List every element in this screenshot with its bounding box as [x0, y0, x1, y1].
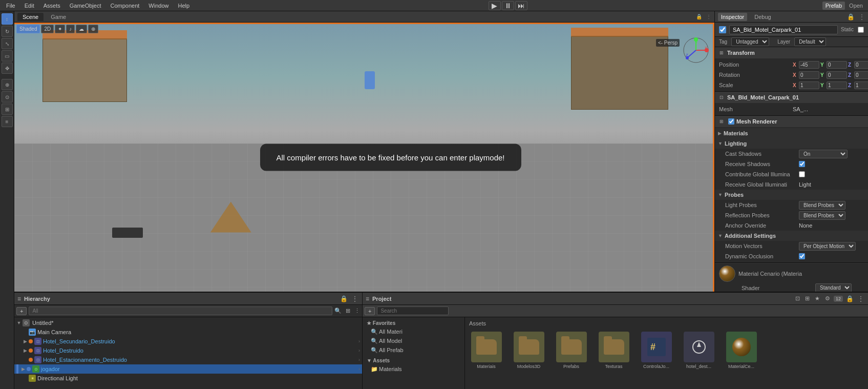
hierarchy-item-jogador[interactable]: ▶ ⊙ jogador ›: [14, 364, 362, 374]
object-active-checkbox[interactable]: [719, 26, 726, 33]
hierarchy-menu-icon[interactable]: ≡: [17, 295, 21, 302]
object-name-input[interactable]: [729, 25, 838, 34]
scale-z-input[interactable]: [854, 81, 868, 89]
sidebar-materials[interactable]: 📁 Materials: [363, 364, 464, 374]
hierarchy-item-light[interactable]: ☀ Directional Light: [14, 374, 362, 383]
cast-shadows-dropdown[interactable]: OnOffTwo SidedShadows Only: [799, 150, 848, 158]
hierarchy-search-icon[interactable]: 🔍: [334, 308, 342, 314]
menu-file[interactable]: File: [2, 2, 19, 10]
sidebar-all-prefabs[interactable]: 🔍 All Prefab: [363, 345, 464, 355]
project-icon-3[interactable]: ★: [813, 295, 821, 302]
inspector-lock[interactable]: 🔒: [847, 13, 855, 21]
position-x-input[interactable]: [799, 61, 819, 69]
tag-dropdown[interactable]: Untagged: [731, 37, 769, 46]
menu-component[interactable]: Component: [106, 2, 143, 10]
menu-help[interactable]: Help: [174, 2, 194, 10]
toolbar-rect[interactable]: ▭: [2, 50, 13, 62]
project-menu-icon[interactable]: ≡: [366, 295, 369, 302]
menu-gameobject[interactable]: GameObject: [66, 2, 105, 10]
rotation-y-input[interactable]: [827, 71, 847, 79]
position-y-input[interactable]: [827, 61, 847, 69]
favorites-expand[interactable]: ★: [367, 320, 373, 326]
gizmo-widget[interactable]: X Y Z: [683, 37, 709, 65]
position-z-input[interactable]: [854, 61, 868, 69]
shader-dropdown[interactable]: Standard: [815, 283, 852, 292]
asset-controlajo[interactable]: # ControlaJo...: [637, 330, 675, 371]
mesh-filter-header[interactable]: ⊡ SA_Bld_Motel_Carpark_01: [715, 92, 868, 103]
dynamic-occlusion-checkbox[interactable]: [799, 253, 805, 259]
scene-menu-icon[interactable]: ⋮: [706, 14, 711, 19]
project-options-icon[interactable]: ⋮: [857, 295, 865, 302]
scale-x-input[interactable]: [799, 81, 819, 89]
asset-materiais[interactable]: Materiais: [467, 330, 505, 371]
scene-tab[interactable]: Scene: [17, 13, 44, 21]
project-icon-1[interactable]: ⊡: [794, 295, 801, 302]
sidebar-all-materials[interactable]: 🔍 All Materi: [363, 327, 464, 336]
toolbar-extra[interactable]: ≡: [2, 116, 13, 127]
lighting-toggle[interactable]: ✦: [55, 25, 65, 33]
hierarchy-item-camera[interactable]: 📷 Main Camera: [14, 327, 362, 337]
debug-tab[interactable]: Debug: [751, 13, 774, 21]
mesh-renderer-header[interactable]: ⊞ Mesh Renderer: [715, 116, 868, 127]
mesh-renderer-checkbox[interactable]: [728, 118, 734, 125]
light-probes-dropdown[interactable]: Blend ProbesOff: [799, 201, 845, 210]
lighting-section-header[interactable]: ▼ Lighting: [715, 138, 868, 149]
scale-y-input[interactable]: [827, 81, 847, 89]
shaded-mode-btn[interactable]: Shaded: [16, 25, 40, 33]
toolbar-pivot[interactable]: ⊕: [2, 79, 13, 90]
rotation-z-input[interactable]: [854, 71, 868, 79]
assets-expand[interactable]: ▼: [367, 358, 373, 363]
pause-button[interactable]: ⏸: [502, 1, 514, 10]
toolbar-scale[interactable]: ⤡: [2, 38, 13, 49]
asset-hoteldest[interactable]: hotel_dest...: [680, 330, 718, 371]
toolbar-global[interactable]: ⊙: [2, 91, 13, 103]
hierarchy-toggle-icon[interactable]: ⊞: [346, 308, 350, 314]
hierarchy-search-input[interactable]: [29, 306, 332, 315]
sidebar-all-models[interactable]: 🔍 All Model: [363, 336, 464, 345]
project-lock-icon[interactable]: 🔒: [845, 295, 855, 302]
asset-texturas[interactable]: Texturas: [595, 330, 633, 371]
probes-section-header[interactable]: ▼ Probes: [715, 190, 868, 200]
step-button[interactable]: ⏭: [515, 1, 527, 10]
toolbar-transform[interactable]: ↕: [2, 13, 13, 25]
prefab-tab[interactable]: Prefab: [822, 2, 845, 10]
open-tab[interactable]: Open: [846, 2, 866, 10]
hierarchy-options-icon[interactable]: ⋮: [351, 295, 359, 302]
asset-modelos3d[interactable]: Modelos3D: [510, 330, 548, 371]
menu-assets[interactable]: Assets: [39, 2, 65, 10]
rotation-x-input[interactable]: [799, 71, 819, 79]
play-button[interactable]: ▶: [489, 1, 501, 10]
scene-view[interactable]: All compiler errors have to be fixed bef…: [14, 23, 714, 292]
asset-materialce[interactable]: MaterialCe...: [722, 330, 760, 371]
hierarchy-item-hotel-est[interactable]: ⊡ Hotel_Estacionamento_Destruido ›: [14, 355, 362, 364]
hierarchy-item-hotel-des[interactable]: ▶ ⊡ Hotel_Destruido ›: [14, 346, 362, 355]
toolbar-combo[interactable]: ✥: [2, 63, 13, 74]
menu-edit[interactable]: Edit: [20, 2, 38, 10]
reflection-probes-dropdown[interactable]: Blend ProbesOff: [799, 211, 845, 220]
contribute-gi-checkbox[interactable]: [799, 171, 805, 177]
project-icon-4[interactable]: ⚙: [823, 295, 832, 302]
scene-lock-icon[interactable]: 🔒: [696, 14, 702, 19]
menu-window[interactable]: Window: [144, 2, 173, 10]
inspector-menu[interactable]: ⋮: [859, 13, 865, 21]
project-search-input[interactable]: [377, 306, 449, 315]
hierarchy-item-hotel-sec[interactable]: ▶ ⊡ Hotel_Secundario_Destruido ›: [14, 337, 362, 346]
wireframe-mode-btn[interactable]: 2D: [41, 25, 54, 33]
project-icon-2[interactable]: ⊞: [803, 295, 811, 302]
additional-settings-header[interactable]: ▼ Additional Settings: [715, 231, 868, 241]
persp-button[interactable]: <- Persp: [656, 39, 680, 47]
game-tab[interactable]: Game: [46, 13, 71, 21]
materials-section[interactable]: ▶ Materials: [715, 128, 868, 138]
fx-toggle[interactable]: ☁: [76, 25, 87, 33]
audio-toggle[interactable]: ♪: [66, 25, 75, 33]
hierarchy-item-scene[interactable]: ▼ ⊙ Untitled*: [14, 318, 362, 327]
transform-header[interactable]: ⊞ Transform: [715, 47, 868, 58]
hierarchy-add-button[interactable]: +: [16, 307, 27, 315]
gizmo-toggle[interactable]: ⊕: [88, 25, 98, 33]
layer-dropdown[interactable]: Default: [794, 37, 826, 46]
project-add-button[interactable]: +: [365, 307, 375, 315]
toolbar-rotate[interactable]: ↻: [2, 26, 13, 37]
inspector-tab[interactable]: Inspector: [718, 13, 747, 21]
motion-vectors-dropdown[interactable]: Per Object MotionCamera MotionForce No M…: [799, 242, 856, 251]
hierarchy-lock-icon[interactable]: 🔒: [339, 295, 349, 302]
